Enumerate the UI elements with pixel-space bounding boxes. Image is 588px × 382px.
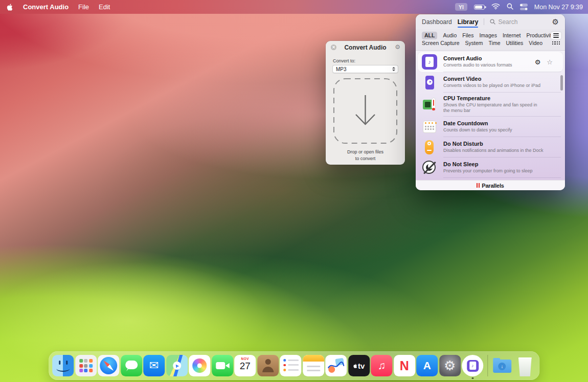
- dock-music-icon[interactable]: ♫: [371, 355, 392, 376]
- list-item-description: Disables notifications and animations in…: [443, 148, 544, 153]
- category-system[interactable]: System: [465, 39, 483, 47]
- item-favorite-icon[interactable]: ☆: [547, 58, 553, 66]
- do-not-sleep-icon: [422, 160, 437, 175]
- category-video[interactable]: Video: [529, 39, 542, 47]
- menu-clock[interactable]: Mon Nov 27 9:39: [534, 4, 583, 11]
- drop-zone[interactable]: [333, 78, 398, 144]
- dock-freeform-icon[interactable]: [325, 355, 347, 376]
- list-item-convert-audio[interactable]: ♪Convert AudioConverts audio to various …: [416, 52, 565, 72]
- panel-settings-icon[interactable]: ⚙: [552, 18, 559, 26]
- dock-settings-icon[interactable]: ⚙: [439, 355, 461, 376]
- list-item-date-countdown[interactable]: Date CountdownCounts down to dates you s…: [416, 117, 565, 137]
- list-item-do-not-disturb[interactable]: Do Not DisturbDisables notifications and…: [416, 137, 565, 158]
- do-not-disturb-icon: [422, 140, 437, 155]
- input-source-badge[interactable]: YI: [455, 3, 467, 11]
- category-row-1: ALLAudioFilesImagesInternetProductivity: [422, 32, 548, 39]
- format-select[interactable]: MP3: [332, 65, 398, 73]
- item-settings-icon[interactable]: ⚙: [535, 58, 541, 66]
- dock-reminders-icon[interactable]: [280, 355, 301, 376]
- list-item-title: Date Countdown: [443, 120, 560, 126]
- dock: ✉ NOV27 tv ♫ N A ⚙ ♪ ↓: [49, 351, 539, 380]
- format-select-value: MP3: [336, 66, 392, 72]
- list-item-description: Converts audio to various formats: [443, 62, 529, 68]
- apple-menu-icon[interactable]: [6, 3, 13, 11]
- list-item-description: Shows the CPU temperature and fan speed …: [443, 102, 544, 114]
- dock-notes-icon[interactable]: [303, 355, 324, 376]
- menu-edit[interactable]: Edit: [99, 3, 110, 11]
- search-input[interactable]: [498, 18, 546, 26]
- menu-app-name[interactable]: Convert Audio: [23, 3, 69, 11]
- category-internet[interactable]: Internet: [503, 32, 521, 39]
- date-countdown-icon: [422, 119, 437, 134]
- dock-trash-icon[interactable]: [514, 355, 536, 376]
- dock-finder-icon[interactable]: [52, 355, 74, 376]
- dock-messages-icon[interactable]: [121, 355, 142, 376]
- list-item-title: Do Not Disturb: [443, 141, 560, 147]
- category-productivity[interactable]: Productivity: [527, 32, 554, 39]
- list-item-title: Convert Video: [443, 76, 560, 82]
- brand-name: Parallels: [482, 183, 504, 189]
- control-center-icon[interactable]: [520, 4, 528, 10]
- tab-dashboard[interactable]: Dashboard: [422, 14, 452, 29]
- window-settings-icon[interactable]: ⚙: [395, 43, 400, 51]
- list-item-description: Prevents your computer from going to sle…: [443, 168, 544, 174]
- toolbox-library-panel: Dashboard Library ⚙ ALLAudioFilesImagesI…: [416, 14, 565, 190]
- window-title-bar: ✕ Convert Audio ⚙: [326, 41, 405, 54]
- dock-news-icon[interactable]: N: [394, 355, 415, 376]
- list-item-title: Convert Audio: [443, 55, 529, 61]
- category-row-2: Screen CaptureSystemTimeUtilitiesVideo: [422, 39, 548, 47]
- list-item-cpu-temperature[interactable]: CPU TemperatureShows the CPU temperature…: [416, 93, 565, 117]
- list-item-download-audio[interactable]: Download Audio⚙☆: [416, 178, 565, 181]
- dock-maps-icon[interactable]: [166, 355, 188, 376]
- dock-convert-audio-icon[interactable]: ♪: [462, 355, 483, 376]
- menu-file[interactable]: File: [78, 3, 89, 11]
- drop-hint-text: Drop or open files to convert: [326, 149, 405, 162]
- category-time[interactable]: Time: [489, 39, 501, 47]
- list-view-icon[interactable]: [551, 32, 561, 39]
- cpu-temperature-icon: [422, 97, 437, 112]
- convert-to-label: Convert to:: [333, 58, 405, 63]
- search-field[interactable]: [490, 18, 546, 26]
- close-icon[interactable]: ✕: [331, 44, 336, 50]
- list-item-convert-video[interactable]: Convert VideoConverts videos to be playe…: [416, 72, 565, 93]
- category-screen-capture[interactable]: Screen Capture: [422, 39, 460, 47]
- download-arrow-icon: [356, 95, 375, 124]
- category-files[interactable]: Files: [462, 32, 473, 39]
- list-item-do-not-sleep[interactable]: Do Not SleepPrevents your computer from …: [416, 158, 565, 178]
- category-utilities[interactable]: Utilities: [506, 39, 524, 47]
- dock-calendar-icon[interactable]: NOV27: [234, 355, 256, 376]
- convert-video-icon: [422, 75, 437, 90]
- category-audio[interactable]: Audio: [443, 32, 457, 39]
- dock-contacts-icon[interactable]: [257, 355, 279, 376]
- dock-photos-icon[interactable]: [189, 355, 210, 376]
- list-item-title: CPU Temperature: [443, 95, 560, 101]
- desktop: Convert Audio File Edit YI Mon Nov 27 9:…: [0, 0, 588, 382]
- battery-icon[interactable]: [474, 5, 485, 10]
- search-icon: [490, 19, 495, 25]
- tool-list: ♪Convert AudioConverts audio to various …: [416, 51, 565, 180]
- list-item-description: Converts videos to be played on iPhone o…: [443, 83, 544, 88]
- wifi-icon[interactable]: [491, 3, 500, 11]
- dock-separator: [487, 355, 488, 376]
- dock-facetime-icon[interactable]: [212, 355, 233, 376]
- dock-downloads-icon[interactable]: ↓: [491, 355, 513, 376]
- tab-library[interactable]: Library: [458, 14, 479, 29]
- dock-launchpad-icon[interactable]: [75, 355, 97, 376]
- spotlight-icon[interactable]: [507, 3, 513, 11]
- header-divider: [484, 18, 484, 25]
- grid-view-icon[interactable]: [552, 41, 560, 44]
- category-all[interactable]: ALL: [422, 32, 437, 39]
- dock-safari-icon[interactable]: [98, 355, 119, 376]
- select-stepper-icon: [392, 67, 396, 71]
- list-item-title: Do Not Sleep: [443, 161, 560, 167]
- convert-audio-icon: ♪: [422, 54, 437, 70]
- dock-appletv-icon[interactable]: tv: [348, 355, 370, 376]
- convert-audio-window: ✕ Convert Audio ⚙ Convert to: MP3 Drop o…: [326, 41, 405, 165]
- menu-bar: Convert Audio File Edit YI Mon Nov 27 9:…: [0, 0, 588, 14]
- dock-appstore-icon[interactable]: A: [416, 355, 438, 376]
- parallels-logo-icon: [477, 183, 480, 188]
- category-filters: ALLAudioFilesImagesInternetProductivity …: [416, 29, 565, 51]
- dock-mail-icon[interactable]: ✉: [143, 355, 165, 376]
- panel-header: Dashboard Library ⚙: [416, 14, 565, 29]
- category-images[interactable]: Images: [479, 32, 496, 39]
